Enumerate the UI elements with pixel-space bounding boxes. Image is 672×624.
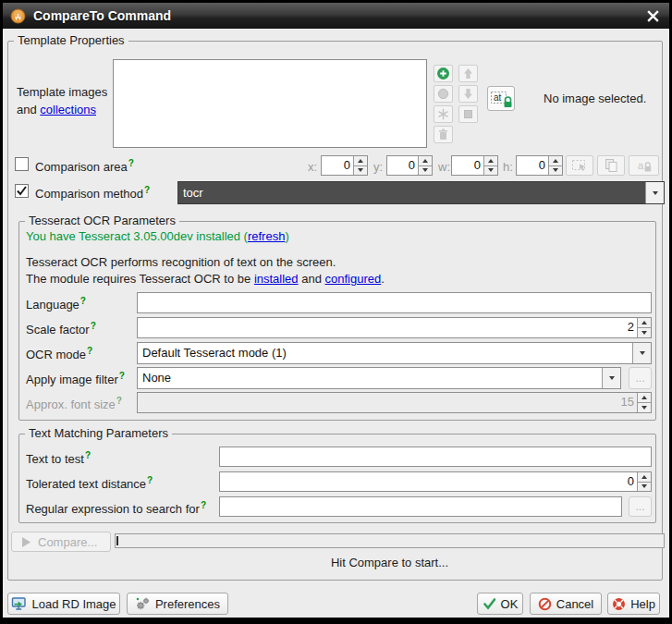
font-size-label: Approx. font size? bbox=[26, 396, 122, 411]
text-to-test-label-text: Text to test bbox=[26, 452, 84, 466]
regex-field[interactable] bbox=[219, 496, 622, 517]
y-label: y: bbox=[373, 160, 383, 174]
h-spin-down[interactable] bbox=[549, 165, 562, 176]
image-filter-label-text: Apply image filter bbox=[26, 373, 118, 386]
ocr-mode-label-text: OCR mode bbox=[26, 348, 86, 361]
w-value: 0 bbox=[452, 156, 483, 175]
refresh-link[interactable]: refresh bbox=[248, 229, 285, 243]
preferences-button[interactable]: Preferences bbox=[127, 593, 228, 615]
tesseract-status-suffix: ) bbox=[285, 229, 288, 243]
cancel-button[interactable]: Cancel bbox=[530, 593, 602, 615]
close-button[interactable] bbox=[638, 5, 667, 27]
comparison-method-select[interactable]: tocr bbox=[177, 181, 665, 204]
image-filter-dropdown-arrow[interactable] bbox=[602, 368, 620, 388]
scale-spin-down[interactable] bbox=[638, 327, 651, 337]
image-filter-more-button: ... bbox=[629, 367, 652, 389]
w-spin-down[interactable] bbox=[484, 165, 497, 176]
h-spinner[interactable]: 0 bbox=[516, 155, 563, 176]
gear-icon bbox=[135, 596, 151, 611]
template-images-list[interactable] bbox=[113, 59, 427, 148]
app-icon bbox=[10, 8, 26, 24]
scale-factor-label-text: Scale factor bbox=[26, 323, 90, 336]
scale-factor-spinner-arrows[interactable] bbox=[637, 318, 651, 337]
checkmark-icon bbox=[16, 185, 28, 197]
h-spin-up[interactable] bbox=[549, 156, 562, 165]
tesseract-description-line1: Tesseract OCR performs recognition of te… bbox=[26, 255, 336, 269]
help-buoy-icon bbox=[612, 597, 626, 611]
regex-help-mark: ? bbox=[201, 500, 206, 510]
comparison-method-help-mark: ? bbox=[144, 185, 150, 195]
y-spinner[interactable]: 0 bbox=[386, 155, 433, 176]
copy-area-button bbox=[597, 155, 625, 176]
x-spinner-arrows[interactable] bbox=[353, 156, 367, 175]
titlebar[interactable]: CompareTo Command bbox=[3, 3, 669, 29]
distance-spinner[interactable]: 0 bbox=[219, 471, 652, 492]
x-spinner[interactable]: 0 bbox=[321, 155, 368, 176]
font-size-spin-down bbox=[638, 402, 651, 412]
comparison-method-checkbox[interactable] bbox=[15, 184, 29, 198]
comparison-area-label: Comparison area? bbox=[35, 158, 134, 174]
image-filter-value: None bbox=[138, 368, 602, 388]
ocr-mode-select[interactable]: Default Tesseract mode (1) bbox=[137, 342, 652, 364]
distance-spin-up[interactable] bbox=[638, 472, 651, 482]
progress-caret bbox=[116, 536, 118, 545]
w-spin-up[interactable] bbox=[484, 156, 497, 165]
image-filter-select[interactable]: None bbox=[137, 367, 621, 389]
ok-button[interactable]: OK bbox=[477, 593, 523, 615]
arrow-down-icon bbox=[461, 87, 475, 101]
ocr-mode-dropdown-arrow[interactable] bbox=[632, 343, 651, 363]
font-size-spinner: 15 bbox=[137, 392, 652, 413]
distance-spinner-arrows[interactable] bbox=[637, 472, 651, 491]
regex-label-text: Regular expression to search for bbox=[26, 502, 200, 516]
compare-hint-text: Hit Compare to start... bbox=[115, 556, 665, 569]
asterisk-icon bbox=[436, 107, 450, 121]
cancel-icon bbox=[538, 597, 552, 611]
comparison-method-label-text: Comparison method bbox=[35, 187, 143, 201]
scale-factor-spinner[interactable]: 2 bbox=[137, 317, 652, 338]
close-icon bbox=[646, 9, 660, 23]
load-rd-image-button[interactable]: Load RD Image bbox=[7, 593, 120, 615]
text-recognition-button[interactable]: at bbox=[487, 86, 515, 111]
text-to-test-field[interactable] bbox=[219, 447, 652, 467]
y-spin-up[interactable] bbox=[419, 156, 432, 165]
refresh-image-button bbox=[434, 105, 453, 123]
template-images-label: Template images and collections bbox=[17, 83, 107, 118]
comparison-method-dropdown-arrow[interactable] bbox=[645, 182, 664, 203]
y-spinner-arrows[interactable] bbox=[418, 156, 432, 175]
tesseract-desc2-suffix: . bbox=[381, 272, 385, 286]
w-spinner-arrows[interactable] bbox=[483, 156, 497, 175]
tesseract-description-line2: The module requires Tesseract OCR to be … bbox=[26, 272, 385, 286]
h-spinner-arrows[interactable] bbox=[548, 156, 562, 175]
language-field[interactable] bbox=[137, 292, 652, 313]
collections-link[interactable]: collections bbox=[40, 103, 96, 116]
distance-label: Tolerated text distance? bbox=[26, 475, 153, 491]
scale-factor-help-mark: ? bbox=[91, 321, 96, 331]
configured-link[interactable]: configured bbox=[325, 272, 382, 286]
help-button[interactable]: Help bbox=[607, 593, 660, 615]
tesseract-desc2-mid: and bbox=[299, 272, 325, 286]
w-spinner[interactable]: 0 bbox=[451, 155, 498, 176]
x-spin-up[interactable] bbox=[354, 156, 367, 165]
text-lock-icon: at bbox=[490, 90, 513, 108]
comparison-method-value: tocr bbox=[178, 182, 645, 203]
x-spin-down[interactable] bbox=[354, 165, 367, 176]
comparison-area-checkbox[interactable] bbox=[15, 157, 29, 171]
load-rd-image-icon bbox=[11, 596, 27, 611]
cancel-label: Cancel bbox=[556, 597, 593, 611]
compare-progress-bar bbox=[115, 533, 665, 548]
image-filter-help-mark: ? bbox=[119, 371, 125, 381]
text-lock-icon-letters: at bbox=[494, 92, 502, 103]
text-matching-group-title: Text Matching Parameters bbox=[25, 426, 172, 440]
x-label: x: bbox=[308, 160, 317, 174]
scale-factor-value: 2 bbox=[138, 318, 637, 337]
distance-spin-down[interactable] bbox=[638, 482, 651, 492]
w-label: w: bbox=[438, 160, 450, 174]
y-spin-down[interactable] bbox=[419, 165, 432, 176]
regex-more-button: ... bbox=[629, 496, 652, 517]
no-image-selected-text: No image selected. bbox=[544, 92, 646, 105]
select-area-button bbox=[566, 155, 593, 176]
installed-link[interactable]: installed bbox=[254, 272, 299, 286]
add-image-button[interactable] bbox=[434, 65, 453, 82]
scale-spin-up[interactable] bbox=[638, 318, 651, 327]
area-text-lock-icon-letter: a bbox=[638, 160, 644, 171]
